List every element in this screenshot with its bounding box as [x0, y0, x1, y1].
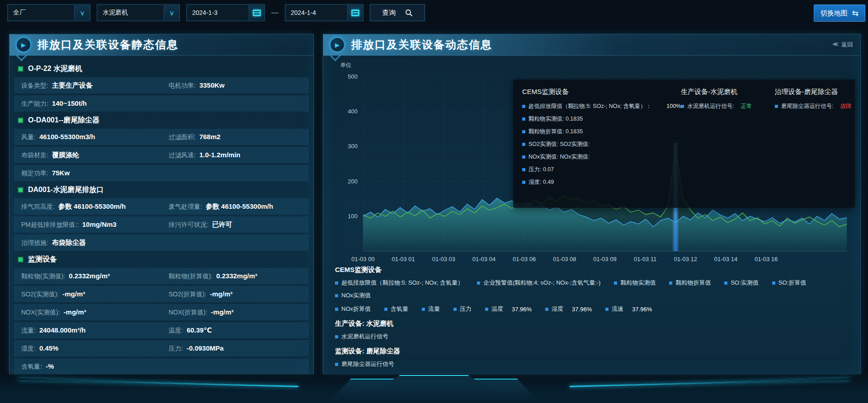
search-icon — [405, 9, 413, 17]
field-value: -mg/m³ — [211, 308, 234, 316]
info-cell: NOX(折算值):-mg/m³ — [161, 308, 309, 317]
field-label: 废气处理量: — [169, 203, 202, 211]
legend-heading-cems: CEMS监测设备 — [335, 266, 851, 274]
legend-item-label: 颗粒物折算值 — [675, 279, 711, 287]
svg-text:01-03 06: 01-03 06 — [513, 256, 536, 262]
date-from-field[interactable]: 2024-1-3 — [186, 4, 265, 21]
tooltip-item: 湿度: 0.49 — [522, 178, 681, 186]
legend-item[interactable]: 颗粒物实测值 — [614, 279, 656, 287]
legend-item[interactable]: NOx折算值 — [335, 305, 371, 313]
svg-text:01-03 12: 01-03 12 — [674, 256, 697, 262]
legend-item[interactable]: 流量 — [422, 305, 440, 313]
svg-text:01-03 11: 01-03 11 — [634, 256, 656, 262]
field-value: 已许可 — [212, 220, 232, 229]
field-label: 颗粒物(实测值): — [21, 272, 65, 281]
field-label: 排气筒高度: — [21, 203, 55, 211]
svg-text:300: 300 — [348, 143, 358, 150]
info-cell: 布袋材质:覆膜涤纶 — [14, 151, 161, 159]
switch-map-label: 切换地图 — [821, 9, 848, 18]
legend-marker-icon — [681, 105, 684, 108]
legend-item[interactable]: 含氧量 — [384, 305, 408, 313]
legend-marker-icon — [669, 281, 672, 285]
tooltip-item: 颗粒物折算值: 0.1835 — [522, 128, 681, 136]
legend-item[interactable]: SO:折算值 — [772, 279, 806, 287]
svg-text:400: 400 — [348, 108, 358, 115]
field-value: 1.0-1.2m/min — [199, 151, 241, 159]
field-value: -mg/m³ — [62, 290, 85, 298]
legend-marker-icon — [453, 308, 457, 311]
date-from-value: 2024-1-3 — [187, 9, 217, 16]
tooltip-column: 治理设备-磨尾除尘器磨尾除尘器运行信号:故障 — [775, 88, 856, 200]
chart-legend: CEMS监测设备 超低排放限值（颗拉物:5: SOz-; NOx; 含氧量）企业… — [335, 266, 851, 374]
svg-text:500: 500 — [348, 73, 358, 80]
info-row: 布袋材质:覆膜涤纶过滤风速:1.0-1.2m/min — [14, 147, 309, 163]
chevron-down-icon: ∨ — [170, 9, 175, 16]
legend-item[interactable]: 企业预警值(颗粒物:4; sOz-; NOx-;含氧气量:-) — [477, 279, 600, 287]
info-row: 含氧量:-% — [14, 358, 309, 375]
tooltip-item-label: NOx实测值: NOx实测值: — [528, 153, 590, 161]
field-label: 流量: — [21, 327, 36, 335]
legend-item[interactable]: SO:实测值 — [724, 279, 758, 287]
date-to-field[interactable]: 2024-1-4 — [285, 4, 363, 21]
tooltip-column-title: CEMS监测设备 — [522, 88, 681, 96]
field-label: SO2(折算值): — [169, 291, 206, 299]
plant-select[interactable]: 全厂 ∨ — [7, 4, 90, 21]
field-label: 过滤风速: — [169, 151, 196, 159]
field-label: PM超低排排放限值:: — [21, 221, 79, 229]
plant-select-arrow-box[interactable]: ∨ — [74, 5, 90, 20]
legend-marker-icon — [545, 308, 548, 311]
switch-map-button[interactable]: 切换地图 ⇆ — [814, 5, 865, 22]
legend-item[interactable]: NOx实测值 — [335, 291, 371, 300]
legend-marker-icon — [724, 281, 727, 285]
info-row: 生产能力:140~150t/h — [14, 95, 309, 112]
field-value: 主要生产设备 — [52, 81, 93, 90]
chart-tooltip: CEMS监测设备超低排放限值（颗拉物:5: SOz-; NOx; 含氧量）：10… — [513, 80, 855, 208]
tooltip-item-label: 磨尾除尘器运行信号: — [781, 103, 834, 110]
section-title: O-DA001--磨尾除尘器 — [28, 116, 99, 125]
svg-text:01-03 09: 01-03 09 — [593, 256, 616, 262]
legend-item[interactable]: 压力 — [453, 305, 472, 313]
field-value: 覆膜涤纶 — [52, 151, 79, 159]
date-from-picker-button[interactable] — [249, 5, 264, 20]
legend-item-label: SO:实测值 — [731, 279, 758, 287]
field-value: -0.0930MPa — [187, 344, 224, 352]
section-title: 监测设备 — [28, 255, 57, 264]
legend-item[interactable]: 磨尾除尘器运行信号 — [335, 360, 394, 368]
dynamic-panel-title: 排放口及关联设备动态信息 — [351, 37, 492, 52]
legend-item[interactable]: 水泥磨机运行信号 — [335, 333, 388, 341]
legend-item[interactable]: 颗粒物折算值 — [669, 279, 711, 287]
info-cell: 湿度:0.45% — [14, 344, 161, 353]
device-select-arrow-box[interactable]: ∨ — [164, 5, 179, 20]
legend-item[interactable]: 流速37.96% — [605, 305, 652, 313]
legend-marker-icon — [522, 168, 525, 171]
field-value: 参数 46100-55300m/h — [58, 202, 126, 211]
back-icon: ≪ — [832, 41, 839, 49]
legend-row: 磨尾除尘器运行信号 — [335, 360, 851, 368]
field-label: 湿度: — [21, 345, 36, 353]
info-row: 湿度:0.45%压力:-0.0930MPa — [14, 340, 309, 356]
info-cell: 额定功率:75Kw — [14, 169, 309, 178]
field-label: 风量: — [21, 133, 36, 141]
back-link[interactable]: ≪ 返回 — [832, 41, 853, 49]
legend-item-label: 超低排放限值（颗拉物:5: SOz-; NOx; 含氧量） — [341, 279, 463, 287]
info-row: 排气筒高度:参数 46100-55300m/h废气处理量:参数 46100-55… — [14, 198, 309, 215]
query-button[interactable]: 查询 — [370, 4, 425, 21]
info-cell: 流量:24048.000m³/h — [14, 326, 161, 335]
legend-item[interactable]: 温度37.96% — [485, 305, 532, 313]
field-label: 布袋材质: — [21, 151, 48, 159]
date-to-picker-button[interactable] — [347, 5, 363, 20]
device-select[interactable]: 水泥磨机 ∨ — [97, 4, 180, 21]
field-value: 10mg/Nm3 — [82, 220, 117, 228]
query-button-label: 查询 — [382, 9, 396, 17]
info-cell: 颗粒物(实测值):0.2332mg/m³ — [14, 272, 161, 281]
field-label: 额定功率: — [21, 169, 48, 178]
footer-glow-line — [18, 379, 298, 387]
tooltip-item: 颗粒物实测值: 0.1835 — [522, 115, 681, 123]
legend-item-label: NOx折算值 — [341, 305, 371, 313]
field-value: 0.2332mg/m³ — [216, 272, 257, 280]
footer-decoration — [0, 373, 868, 403]
legend-item[interactable]: 超低排放限值（颗拉物:5: SOz-; NOx; 含氧量） — [335, 279, 463, 287]
legend-item[interactable]: 湿度37.96% — [545, 305, 592, 313]
svg-text:200: 200 — [348, 178, 358, 185]
field-label: SO2(实测值): — [21, 291, 59, 299]
